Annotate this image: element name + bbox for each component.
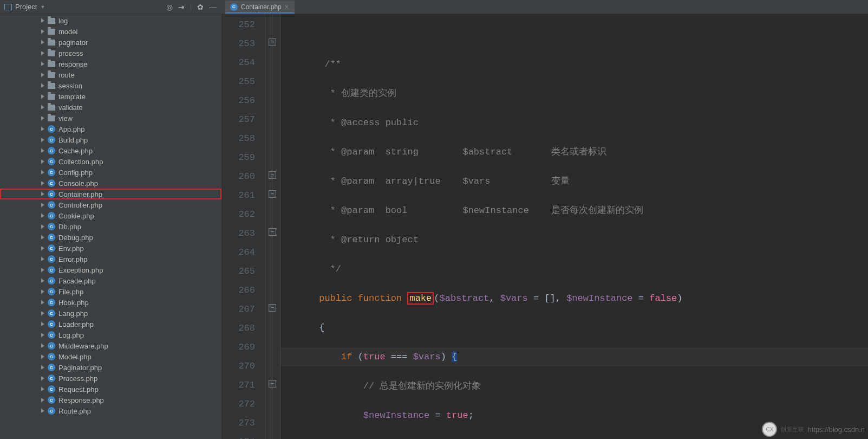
tree-folder[interactable]: process — [0, 48, 221, 59]
tree-label: validate — [58, 104, 83, 112]
tree-folder[interactable]: paginator — [0, 37, 221, 48]
tree-file[interactable]: CLoader.php — [0, 319, 221, 330]
minimize-icon[interactable]: — — [209, 3, 217, 11]
tree-folder[interactable]: session — [0, 80, 221, 91]
tree-file[interactable]: CConfig.php — [0, 167, 221, 178]
tree-file[interactable]: CProcess.php — [0, 373, 221, 384]
code-content[interactable]: /** * 创建类的实例 * @access public * @param s… — [280, 14, 868, 439]
tree-folder[interactable]: response — [0, 59, 221, 69]
php-file-icon: C — [48, 190, 55, 198]
tree-label: session — [58, 82, 82, 90]
chevron-right-icon — [41, 268, 44, 272]
target-icon[interactable]: ◎ — [166, 3, 173, 11]
tree-file[interactable]: CContainer.php — [0, 189, 221, 199]
tree-file[interactable]: CRequest.php — [0, 384, 221, 395]
line-number: 261 — [222, 186, 255, 205]
line-number: 271 — [222, 376, 255, 395]
php-file-icon: C — [48, 266, 55, 274]
chevron-right-icon — [41, 181, 44, 185]
tree-file[interactable]: CError.php — [0, 254, 221, 264]
fold-marker-icon[interactable]: − — [269, 228, 276, 236]
line-number: 265 — [222, 262, 255, 281]
tree-label: App.php — [58, 125, 84, 133]
php-file-icon: C — [230, 3, 238, 11]
tree-folder[interactable]: template — [0, 91, 221, 102]
chevron-right-icon — [41, 40, 44, 44]
chevron-right-icon — [41, 322, 44, 326]
fold-column[interactable]: − − − − − − — [265, 14, 280, 439]
tree-label: Controller.php — [58, 201, 102, 209]
tree-file[interactable]: CFacade.php — [0, 275, 221, 286]
chevron-right-icon — [41, 300, 44, 305]
tree-file[interactable]: CEnv.php — [0, 243, 221, 254]
tree-file[interactable]: CHook.php — [0, 297, 221, 308]
line-number: 273 — [222, 414, 255, 432]
tree-file[interactable]: CRoute.php — [0, 405, 221, 416]
tree-file[interactable]: CLog.php — [0, 330, 221, 340]
line-number: 267 — [222, 300, 255, 319]
line-number: 258 — [222, 129, 255, 148]
fold-marker-icon[interactable]: − — [269, 171, 276, 179]
php-file-icon: C — [48, 147, 55, 154]
tree-label: Paginator.php — [58, 364, 102, 372]
chevron-right-icon — [41, 170, 44, 175]
chevron-right-icon — [41, 94, 44, 99]
line-number: 254 — [222, 53, 255, 72]
tree-file[interactable]: CCookie.php — [0, 210, 221, 221]
tree-file[interactable]: CBuild.php — [0, 134, 221, 145]
project-label[interactable]: Project — [15, 3, 37, 11]
folder-icon — [48, 40, 55, 46]
code-line: * @param bool $newInstance 是否每次创建新的实例 — [280, 201, 868, 220]
tree-file[interactable]: CMiddleware.php — [0, 340, 221, 351]
code-line — [280, 25, 868, 44]
tree-file[interactable]: CFile.php — [0, 286, 221, 297]
tree-file[interactable]: CResponse.php — [0, 395, 221, 405]
folder-icon — [48, 83, 55, 89]
tree-file[interactable]: CDebug.php — [0, 232, 221, 243]
tree-file[interactable]: CController.php — [0, 199, 221, 210]
tree-file[interactable]: CPaginator.php — [0, 362, 221, 373]
chevron-right-icon — [41, 214, 44, 218]
chevron-down-icon[interactable]: ▼ — [40, 4, 45, 10]
tree-file[interactable]: CApp.php — [0, 124, 221, 134]
close-icon[interactable]: × — [285, 3, 289, 11]
code-line: /** — [280, 55, 868, 74]
tree-folder[interactable]: route — [0, 69, 221, 80]
tree-file[interactable]: CException.php — [0, 264, 221, 275]
folder-icon — [48, 72, 55, 78]
line-number: 269 — [222, 338, 255, 357]
chevron-right-icon — [41, 83, 44, 88]
line-number: 266 — [222, 281, 255, 300]
line-number: 272 — [222, 395, 255, 414]
tab-container-php[interactable]: C Container.php × — [225, 1, 295, 14]
tree-label: Middleware.php — [58, 342, 108, 350]
tree-file[interactable]: CCache.php — [0, 145, 221, 156]
fold-marker-icon[interactable]: − — [269, 38, 276, 46]
gear-icon[interactable]: ✿ — [197, 3, 204, 11]
chevron-right-icon — [41, 311, 44, 315]
fold-marker-icon[interactable]: − — [269, 380, 276, 388]
php-file-icon: C — [48, 364, 55, 371]
tree-label: Db.php — [58, 223, 81, 231]
tree-folder[interactable]: view — [0, 113, 221, 124]
tree-label: response — [58, 60, 87, 68]
tree-folder[interactable]: log — [0, 15, 221, 26]
tree-file[interactable]: CModel.php — [0, 351, 221, 362]
chevron-right-icon — [41, 51, 44, 55]
tree-file[interactable]: CDb.php — [0, 221, 221, 232]
tree-file[interactable]: CConsole.php — [0, 178, 221, 189]
fold-marker-icon[interactable]: − — [269, 190, 276, 198]
code-editor[interactable]: 2522532542552562572582592602612622632642… — [222, 14, 868, 439]
php-file-icon: C — [48, 125, 55, 133]
tree-file[interactable]: CLang.php — [0, 308, 221, 319]
chevron-right-icon — [41, 398, 44, 402]
tree-folder[interactable]: model — [0, 26, 221, 37]
collapse-icon[interactable]: ⇥ — [178, 3, 185, 11]
project-sidebar[interactable]: logmodelpaginatorprocessresponserouteses… — [0, 14, 222, 439]
php-file-icon: C — [48, 201, 55, 209]
tree-folder[interactable]: validate — [0, 102, 221, 113]
fold-marker-icon[interactable]: − — [269, 304, 276, 312]
tree-label: Route.php — [58, 407, 91, 415]
code-line: * 创建类的实例 — [280, 84, 868, 103]
tree-file[interactable]: CCollection.php — [0, 156, 221, 167]
